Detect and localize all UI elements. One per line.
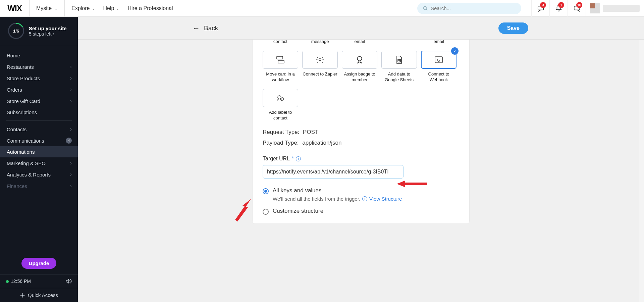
time-display: 12:56 PM — [6, 279, 31, 284]
quick-access[interactable]: Quick Access — [0, 288, 78, 302]
svg-point-17 — [281, 98, 284, 100]
sidebar-item-subscriptions[interactable]: Subscriptions — [0, 107, 78, 118]
account-menu[interactable] — [586, 0, 643, 16]
chevron-right-icon: › — [70, 75, 72, 81]
bell-badge: 1 — [558, 2, 564, 8]
svg-line-1 — [426, 9, 427, 10]
chevron-right-icon: › — [70, 160, 72, 166]
view-structure-link[interactable]: View Structure — [369, 196, 402, 202]
action-sheets[interactable]: Add data to Google Sheets — [381, 51, 417, 83]
quick-access-icon — [20, 293, 25, 298]
action-card[interactable]: email — [421, 39, 457, 45]
sidebar-item-restaurants[interactable]: Restaurants› — [0, 61, 78, 72]
chevron-right-icon: › — [70, 171, 72, 178]
request-type: Request Type: POST — [263, 129, 459, 136]
svg-rect-6 — [590, 8, 600, 13]
chevron-right-icon: › — [70, 64, 72, 70]
action-card[interactable]: email — [342, 39, 377, 45]
sidebar-item-home[interactable]: Home — [0, 50, 78, 61]
payload-type: Payload Type: application/json — [263, 140, 459, 146]
action-badge[interactable]: Assign badge to member — [342, 51, 377, 83]
site-selector[interactable]: Mysite ⌄ — [30, 0, 65, 16]
action-card[interactable]: message — [302, 39, 338, 45]
save-button[interactable]: Save — [498, 22, 528, 34]
radio-all-label: All keys and values — [273, 187, 402, 194]
svg-rect-9 — [278, 60, 284, 63]
setup-title: Set up your site — [29, 26, 67, 31]
setup-progress[interactable]: 1/6 Set up your site 5 steps left › — [0, 17, 78, 45]
svg-rect-15 — [435, 57, 442, 63]
upgrade-button[interactable]: Upgrade — [21, 258, 57, 269]
chevron-down-icon: ⌄ — [54, 6, 58, 11]
svg-point-16 — [278, 96, 281, 99]
volume-icon[interactable] — [65, 278, 72, 285]
sidebar-item-analytics[interactable]: Analytics & Reports› — [0, 169, 78, 180]
info-icon[interactable]: i — [362, 196, 367, 201]
scrollbar-track[interactable] — [639, 17, 644, 302]
chevron-right-icon: › — [70, 126, 72, 132]
sidebar-item-marketing[interactable]: Marketing & SEO› — [0, 157, 78, 169]
radio-customize[interactable] — [263, 209, 269, 215]
action-label[interactable]: Add label to contact — [263, 89, 298, 121]
bell-icon[interactable]: 1 — [549, 0, 568, 17]
site-name: Mysite — [36, 5, 52, 11]
target-url-label: Target URL * i — [263, 156, 459, 162]
svg-rect-4 — [590, 3, 595, 8]
sidebar-item-automations[interactable]: Automations — [0, 146, 78, 157]
target-url-input[interactable] — [263, 165, 404, 179]
badge-icon — [355, 55, 364, 64]
inbox-badge: 10 — [576, 2, 582, 8]
chat-badge: 3 — [540, 2, 546, 8]
radio-all-sub: We'll send all the fields from the trigg… — [273, 196, 402, 202]
nav-explore[interactable]: Explore⌄ — [71, 5, 95, 11]
avatar — [590, 3, 600, 13]
gear-icon — [316, 55, 324, 64]
svg-marker-18 — [397, 181, 427, 187]
svg-marker-19 — [235, 199, 251, 221]
action-card[interactable]: contact — [263, 39, 298, 45]
svg-point-0 — [423, 6, 426, 9]
progress-ring: 1/6 — [8, 23, 24, 39]
svg-point-11 — [358, 56, 362, 61]
search-box[interactable] — [417, 3, 521, 14]
action-move-card[interactable]: Move card in a workflow — [263, 51, 298, 83]
radio-customize-label: Customize structure — [273, 208, 323, 214]
arrow-left-icon: ← — [193, 24, 200, 33]
wix-logo[interactable]: WIX — [0, 0, 30, 16]
chevron-right-icon: › — [70, 98, 72, 104]
nav-help[interactable]: Help⌄ — [103, 5, 119, 11]
back-button[interactable]: ← Back — [78, 24, 218, 33]
action-zapier[interactable]: Connect to Zapier — [302, 51, 338, 83]
sidebar-item-contacts[interactable]: Contacts› — [0, 123, 78, 135]
user-name-placeholder — [603, 5, 640, 12]
sidebar-item-store-products[interactable]: Store Products› — [0, 72, 78, 84]
chevron-down-icon: ⌄ — [92, 6, 95, 11]
search-input[interactable] — [431, 5, 516, 11]
sidebar-item-finances[interactable]: Finances› — [0, 180, 78, 192]
action-card[interactable] — [381, 39, 417, 45]
check-icon: ✓ — [451, 47, 459, 55]
nav-hire[interactable]: Hire a Professional — [127, 5, 173, 11]
chat-icon[interactable]: 3 — [531, 0, 549, 17]
count-badge: 4 — [66, 138, 72, 144]
sidebar-item-orders[interactable]: Orders› — [0, 84, 78, 95]
sidebar-item-communications[interactable]: Communications4 — [0, 135, 78, 146]
svg-point-10 — [319, 59, 321, 61]
svg-rect-8 — [277, 56, 283, 59]
webhook-icon — [434, 56, 443, 64]
action-webhook[interactable]: ✓ Connect to Webhook — [421, 51, 457, 83]
svg-rect-5 — [595, 3, 600, 8]
chevron-right-icon: › — [70, 183, 72, 189]
svg-point-7 — [22, 295, 22, 295]
sheets-icon — [395, 55, 403, 64]
inbox-icon[interactable]: 10 — [568, 0, 586, 17]
info-icon[interactable]: i — [296, 156, 301, 161]
chevron-right-icon: › — [70, 87, 72, 93]
workflow-icon — [275, 56, 285, 64]
separator — [6, 120, 72, 121]
chevron-down-icon: ⌄ — [116, 6, 119, 11]
contact-label-icon — [276, 94, 285, 102]
chevron-right-icon: › — [53, 31, 55, 37]
sidebar-item-gift-card[interactable]: Store Gift Card› — [0, 95, 78, 107]
radio-all-keys[interactable] — [263, 188, 269, 194]
